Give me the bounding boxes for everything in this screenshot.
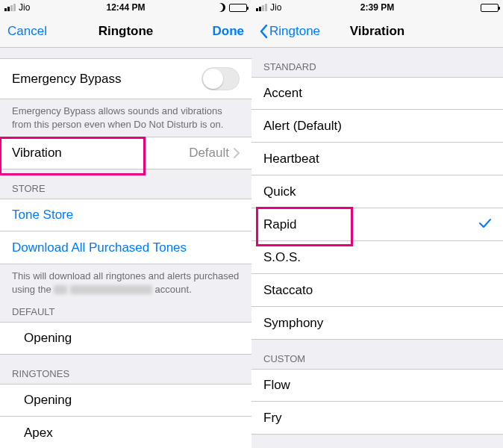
vibration-option-label: Rapid <box>263 217 479 232</box>
ringtone-row[interactable]: Opening <box>0 384 251 417</box>
carrier-label: Jio <box>19 2 30 13</box>
chevron-right-icon <box>234 148 240 158</box>
signal-icon <box>256 4 267 11</box>
vibration-option-label: Symphony <box>263 316 491 331</box>
vibration-option-label: Quick <box>263 184 491 199</box>
default-ringtone-row[interactable]: Opening <box>0 322 251 355</box>
vibration-option-label: Fry <box>263 411 491 426</box>
content-scroll[interactable]: STANDARD Accent Alert (Default) Heartbea… <box>251 48 503 448</box>
back-button[interactable]: Ringtone <box>259 24 320 39</box>
dnd-moon-icon <box>216 3 225 12</box>
store-header: STORE <box>0 169 251 199</box>
ringtone-label: Apex <box>24 426 240 441</box>
checkmark-icon <box>479 217 491 232</box>
vibration-option-row[interactable]: Alert (Default) <box>251 110 503 143</box>
vibration-option-label: Heartbeat <box>263 152 491 167</box>
status-time: 2:39 PM <box>337 2 417 13</box>
emergency-bypass-toggle[interactable] <box>201 67 240 90</box>
tone-store-row[interactable]: Tone Store <box>0 199 251 231</box>
ringtone-label: Opening <box>24 393 240 408</box>
custom-header: CUSTOM <box>251 340 503 369</box>
carrier-label: Jio <box>270 2 281 13</box>
vibration-option-row[interactable]: Accent <box>251 77 503 110</box>
status-bar: Jio 2:39 PM <box>251 0 503 15</box>
vibration-option-row[interactable]: Staccato <box>251 274 503 307</box>
status-time: 12:44 PM <box>85 2 166 13</box>
battery-icon <box>481 4 499 12</box>
nav-bar: Ringtone Vibration <box>251 15 503 48</box>
default-ringtone-label: Opening <box>24 331 240 346</box>
download-tones-row[interactable]: Download All Purchased Tones <box>0 231 251 264</box>
emergency-bypass-footer: Emergency Bypass allows sounds and vibra… <box>0 99 251 137</box>
ringtones-header: RINGTONES <box>0 355 251 384</box>
default-header: DEFAULT <box>0 302 251 322</box>
status-bar: Jio 12:44 PM <box>0 0 251 15</box>
done-button[interactable]: Done <box>213 24 245 39</box>
vibration-option-row[interactable]: Heartbeat <box>251 143 503 175</box>
cancel-button[interactable]: Cancel <box>7 24 47 39</box>
vibration-value: Default <box>189 146 229 161</box>
tone-store-label: Tone Store <box>12 208 240 223</box>
store-footer: This will download all ringtones and ale… <box>0 264 251 302</box>
content-scroll[interactable]: Emergency Bypass Emergency Bypass allows… <box>0 48 251 448</box>
vibration-option-row[interactable]: Symphony <box>251 307 503 340</box>
vibration-option-label: Alert (Default) <box>263 119 491 134</box>
emergency-bypass-label: Emergency Bypass <box>12 72 201 87</box>
standard-header: STANDARD <box>251 48 503 77</box>
battery-icon <box>229 4 247 12</box>
signal-icon <box>4 4 16 11</box>
vibration-option-label: Flow <box>263 378 491 393</box>
screen-ringtone: Jio 12:44 PM Cancel Ringtone Done Emerge… <box>0 0 251 448</box>
vibration-option-row[interactable]: Flow <box>251 369 503 402</box>
vibration-option-row[interactable]: S.O.S. <box>251 241 503 274</box>
screen-vibration: Jio 2:39 PM Ringtone Vibration STANDARD … <box>251 0 503 448</box>
vibration-option-label: S.O.S. <box>263 250 491 265</box>
vibration-label: Vibration <box>12 146 189 161</box>
vibration-option-label: Staccato <box>263 283 491 298</box>
emergency-bypass-row[interactable]: Emergency Bypass <box>0 58 251 99</box>
ringtone-row[interactable]: Apex <box>0 417 251 448</box>
back-label: Ringtone <box>269 24 320 39</box>
vibration-row[interactable]: Vibration Default <box>0 137 251 169</box>
vibration-option-row[interactable]: Fry <box>251 402 503 435</box>
nav-bar: Cancel Ringtone Done <box>0 15 251 48</box>
vibration-option-label: Accent <box>263 86 491 101</box>
chevron-back-icon <box>259 24 268 39</box>
download-tones-label: Download All Purchased Tones <box>12 240 240 255</box>
vibration-option-row[interactable]: Rapid <box>251 208 503 241</box>
vibration-option-row[interactable]: Quick <box>251 175 503 208</box>
